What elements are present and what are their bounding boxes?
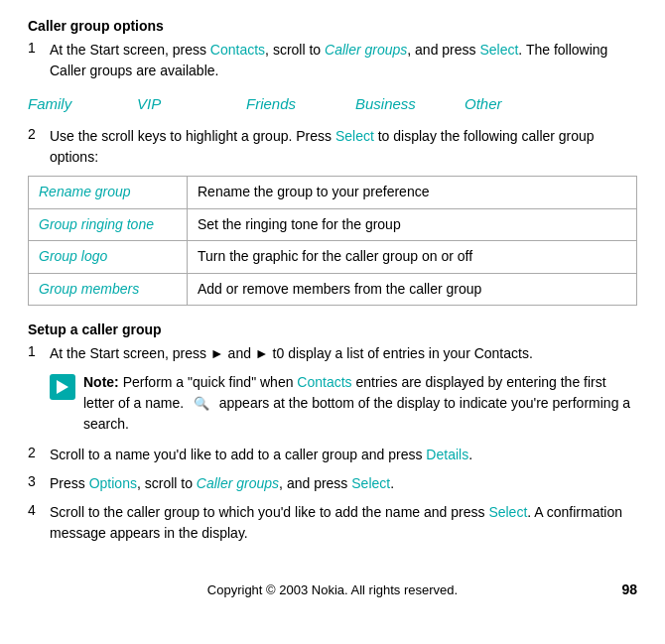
caller-group-options-table: Rename group Rename the group to your pr… [28,176,637,306]
setup-step-2-number: 2 [28,445,50,465]
select-link-2[interactable]: Select [335,128,374,144]
select-link-4[interactable]: Select [488,504,527,520]
setup-step-3-number: 3 [28,473,50,494]
search-icon: 🔍 [194,394,209,414]
setup-step-1: 1 At the Start screen, press ► and ► t0 … [28,343,637,364]
group-vip: VIP [137,95,246,112]
group-friends: Friends [246,95,355,112]
setup-step-3: 3 Press Options, scroll to Caller groups… [28,473,637,494]
table-cell-rename-value: Rename the group to your preference [188,177,637,209]
setup-step-4: 4 Scroll to the caller group to which yo… [28,502,637,544]
table-cell-ringing-label: Group ringing tone [29,208,188,241]
table-cell-members-label: Group members [29,273,188,306]
note-arrow-icon [57,380,68,394]
setup-step-3-text: Press Options, scroll to Caller groups, … [50,473,394,494]
contacts-link-1[interactable]: Contacts [210,42,265,58]
caller-groups-link-1[interactable]: Caller groups [325,42,407,58]
setup-step-2-text: Scroll to a name you'd like to add to a … [50,445,472,465]
setup-step-2: 2 Scroll to a name you'd like to add to … [28,445,637,465]
step-2-text: Use the scroll keys to highlight a group… [50,126,637,168]
section-heading-1: Caller group options [28,18,637,34]
select-link-3[interactable]: Select [351,475,390,491]
section-heading-2: Setup a caller group [28,322,637,337]
group-business: Business [355,95,465,112]
table-cell-logo-value: Turn the graphic for the caller group on… [188,241,637,274]
footer-page-number: 98 [598,581,637,597]
table-row: Group logo Turn the graphic for the call… [29,241,637,274]
step-1-text: At the Start screen, press Contacts, scr… [50,40,637,81]
step-1: 1 At the Start screen, press Contacts, s… [28,40,637,81]
contacts-link-note[interactable]: Contacts [297,374,351,390]
table-row: Group ringing tone Set the ringing tone … [29,208,637,241]
step-2: 2 Use the scroll keys to highlight a gro… [28,126,637,168]
options-link[interactable]: Options [89,475,137,491]
table-cell-ringing-value: Set the ringing tone for the group [188,208,637,241]
select-link-1[interactable]: Select [479,42,518,58]
group-other: Other [465,95,574,112]
table-row: Rename group Rename the group to your pr… [29,177,637,209]
group-family: Family [28,95,137,112]
table-cell-members-value: Add or remove members from the caller gr… [188,273,637,306]
note-icon [50,374,75,400]
setup-step-4-text: Scroll to the caller group to which you'… [50,502,637,544]
setup-step-4-number: 4 [28,502,50,544]
note-text: Note: Perform a "quick find" when Contac… [83,372,637,435]
caller-groups-row: Family VIP Friends Business Other [28,95,637,112]
table-cell-rename-label: Rename group [29,177,188,209]
setup-step-1-number: 1 [28,343,50,364]
setup-step-1-text: At the Start screen, press ► and ► t0 di… [50,343,533,364]
table-cell-logo-label: Group logo [29,241,188,274]
caller-groups-link-2[interactable]: Caller groups [197,475,279,491]
details-link[interactable]: Details [426,447,468,462]
step-1-number: 1 [28,40,50,81]
table-row: Group members Add or remove members from… [29,273,637,306]
footer: Copyright © 2003 Nokia. All rights reser… [28,574,637,597]
footer-copyright: Copyright © 2003 Nokia. All rights reser… [67,582,598,597]
note-row: Note: Perform a "quick find" when Contac… [50,372,637,435]
step-2-number: 2 [28,126,50,168]
